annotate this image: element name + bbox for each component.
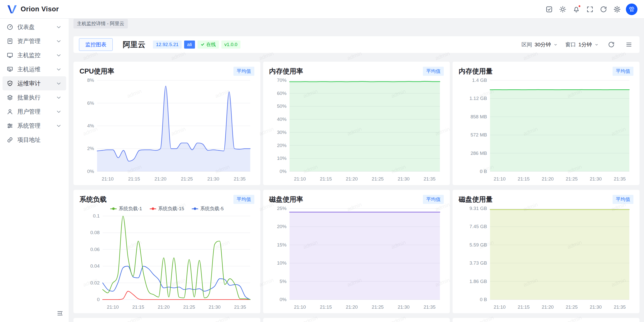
chevron-down-icon <box>55 108 62 115</box>
sidebar-item-host-ops[interactable]: 主机运维 <box>3 62 66 76</box>
chart-card-disk-usage-amount: 磁盘使用量平均值0 B1.86 GB3.73 GB5.59 GB7.45 GB9… <box>453 190 639 313</box>
breadcrumb-bar: 主机监控详情 - 阿里云 <box>69 19 644 29</box>
svg-text:21:20: 21:20 <box>542 304 554 310</box>
legend-item[interactable]: 系统负载-5 <box>192 205 224 212</box>
average-badge: 平均值 <box>423 195 444 204</box>
sidebar-item-user-mgmt[interactable]: 用户管理 <box>3 104 66 119</box>
chart-plot-disk-usage-rate: 0%5%10%15%20%25%21:1021:1521:2021:2521:3… <box>269 205 444 311</box>
chevron-down-icon <box>55 122 62 129</box>
header-actions: 管 <box>543 4 637 15</box>
gear-icon <box>613 6 621 13</box>
sidebar-item-ops-audit[interactable]: 运维审计 <box>3 76 66 90</box>
svg-text:0.06: 0.06 <box>90 247 100 252</box>
svg-text:0.1: 0.1 <box>93 213 100 219</box>
theme-button[interactable] <box>557 4 569 15</box>
chart-title: 磁盘使用量 <box>459 195 493 204</box>
host-name: 阿里云 <box>123 40 145 50</box>
sidebar-item-system-mgmt[interactable]: 系统管理 <box>3 119 66 133</box>
notification-badge-dot <box>578 5 581 8</box>
svg-text:8%: 8% <box>87 78 94 83</box>
svg-text:21:15: 21:15 <box>320 176 332 182</box>
legend-label: 系统负载-1 <box>119 205 142 212</box>
sidebar-item-dashboard[interactable]: 仪表盘 <box>3 20 66 34</box>
svg-text:21:35: 21:35 <box>234 304 246 310</box>
chart-plot-memory-usage-amount: 0 B286 MB572 MB858 MB1.12 GB1.4 GB21:102… <box>459 77 633 183</box>
svg-text:21:35: 21:35 <box>234 176 246 182</box>
chevron-down-icon <box>55 52 62 59</box>
legend-item[interactable]: 系统负载-15 <box>150 205 184 212</box>
svg-text:21:35: 21:35 <box>614 176 626 182</box>
avatar[interactable]: 管 <box>626 4 637 15</box>
svg-text:6%: 6% <box>87 100 94 106</box>
svg-text:0: 0 <box>97 297 100 302</box>
interval-select[interactable]: 区间 30分钟 <box>521 41 558 48</box>
svg-text:7.45 GB: 7.45 GB <box>470 224 487 229</box>
sidebar-collapse-button[interactable] <box>55 308 65 318</box>
average-badge: 平均值 <box>613 67 633 76</box>
monitor-chart-button[interactable]: 监控图表 <box>79 38 113 51</box>
svg-text:20%: 20% <box>277 224 287 229</box>
svg-text:21:35: 21:35 <box>423 304 435 310</box>
sidebar-item-host-monitor[interactable]: 主机监控 <box>3 48 66 62</box>
chart-body: 0%10%20%30%40%50%60%70%21:1021:1521:2021… <box>269 77 444 183</box>
window-value: 1分钟 <box>578 41 592 48</box>
chart-body: 0%2%4%6%8%21:1021:1521:2021:2521:3021:35 <box>79 77 254 183</box>
host-tags: 12.92.5.21ali在线v1.0.0 <box>153 41 240 49</box>
svg-text:21:25: 21:25 <box>181 176 193 182</box>
legend-item[interactable]: 系统负载-1 <box>110 205 142 212</box>
svg-text:21:30: 21:30 <box>207 176 219 182</box>
settings-button[interactable] <box>611 4 623 15</box>
svg-text:9.31 GB: 9.31 GB <box>470 206 487 211</box>
sidebar: 仪表盘资产管理主机监控主机运维运维审计批量执行用户管理系统管理项目地址 <box>0 19 69 322</box>
brand[interactable]: Orion Visor <box>7 4 59 15</box>
chart-list-button[interactable] <box>624 40 634 50</box>
chart-card-system-load: 系统负载平均值系统负载-1系统负载-15系统负载-500.020.040.060… <box>73 190 260 313</box>
monitor-icon <box>7 52 13 59</box>
interval-value: 30分钟 <box>535 41 551 48</box>
refresh-button[interactable] <box>606 40 616 50</box>
svg-text:0%: 0% <box>87 169 94 174</box>
host-toolbar: 监控图表 阿里云 12.92.5.21ali在线v1.0.0 区间 30分钟 窗… <box>73 36 639 53</box>
sidebar-item-batch-exec[interactable]: 批量执行 <box>3 90 66 104</box>
toolbar-controls: 区间 30分钟 窗口 1分钟 <box>521 40 634 50</box>
refresh-icon <box>600 6 607 13</box>
partial-chart-row <box>73 318 639 322</box>
svg-text:572 MB: 572 MB <box>471 132 487 137</box>
user-icon <box>7 108 13 115</box>
tag-text: 12.92.5.21 <box>156 42 179 47</box>
chart-body: 0 B286 MB572 MB858 MB1.12 GB1.4 GB21:102… <box>459 77 633 183</box>
svg-text:70%: 70% <box>277 78 287 83</box>
fullscreen-button[interactable] <box>584 4 596 15</box>
svg-text:5%: 5% <box>279 279 287 284</box>
host-group-tag: ali <box>184 41 195 49</box>
tag-text: 在线 <box>206 42 216 47</box>
chart-header: 磁盘使用量平均值 <box>459 195 633 204</box>
sidebar-item-project-link[interactable]: 项目地址 <box>3 133 66 147</box>
svg-text:21:10: 21:10 <box>294 176 306 182</box>
reload-button[interactable] <box>598 4 609 15</box>
chevron-down-icon <box>55 38 62 45</box>
sidebar-item-label: 仪表盘 <box>17 23 55 31</box>
notifications-button[interactable] <box>571 4 582 15</box>
svg-text:286 MB: 286 MB <box>471 151 487 156</box>
interval-label: 区间 <box>521 41 532 48</box>
layers-icon <box>7 94 13 101</box>
tasks-button[interactable] <box>543 4 555 15</box>
breadcrumb[interactable]: 主机监控详情 - 阿里云 <box>73 19 128 28</box>
window-select[interactable]: 窗口 1分钟 <box>565 41 599 48</box>
chevron-down-icon <box>594 43 599 47</box>
chart-body: 0 B1.86 GB3.73 GB5.59 GB7.45 GB9.31 GB21… <box>459 205 633 311</box>
sidebar-menu: 仪表盘资产管理主机监控主机运维运维审计批量执行用户管理系统管理项目地址 <box>0 20 69 147</box>
svg-text:1.86 GB: 1.86 GB <box>470 279 487 284</box>
svg-text:21:15: 21:15 <box>518 304 530 310</box>
svg-text:858 MB: 858 MB <box>471 114 487 119</box>
svg-text:20%: 20% <box>277 143 287 148</box>
fullscreen-icon <box>586 6 594 13</box>
svg-text:10%: 10% <box>277 260 287 266</box>
chart-body: 0%5%10%15%20%25%21:1021:1521:2021:2521:3… <box>269 205 444 311</box>
svg-text:21:20: 21:20 <box>158 304 170 310</box>
svg-text:0%: 0% <box>279 297 287 302</box>
sun-icon <box>559 6 567 13</box>
svg-text:0.08: 0.08 <box>90 230 100 235</box>
sidebar-item-assets[interactable]: 资产管理 <box>3 34 66 48</box>
